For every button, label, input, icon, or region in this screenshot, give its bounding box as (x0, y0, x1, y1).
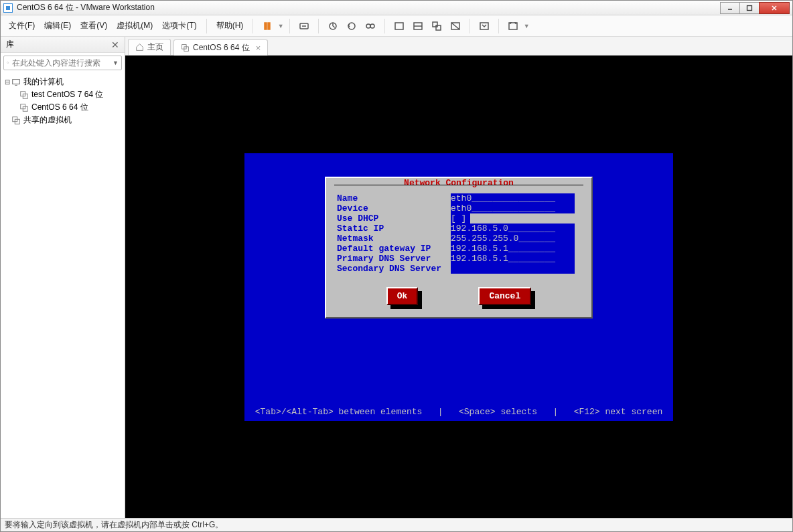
tab-label: CentOS 6 64 位 (193, 42, 250, 54)
minimize-button[interactable] (720, 2, 740, 14)
separator (318, 19, 319, 33)
dialog-title: Network Configuration (400, 178, 518, 188)
tab-home[interactable]: 主页 (128, 39, 171, 55)
snapshot-icon[interactable] (324, 17, 342, 35)
separator (289, 19, 290, 33)
field-value-ip[interactable]: 192.168.5.0_________ (451, 224, 575, 234)
vm-console[interactable]: Network Configuration Nameeth0__________… (125, 56, 792, 518)
separator (470, 19, 470, 33)
send-ctrl-alt-del-icon[interactable] (295, 17, 313, 35)
cancel-button-label: Cancel (478, 287, 531, 305)
vm-icon (19, 103, 29, 112)
field-label-gw: Default gateway IP (337, 244, 451, 254)
tree-node-my-computer[interactable]: ⊟ 我的计算机 (2, 76, 123, 88)
sidebar-title: 库 (6, 39, 14, 50)
fullscreen-icon[interactable] (504, 17, 522, 35)
svg-point-13 (370, 24, 374, 28)
field-label-ip: Static IP (337, 224, 451, 234)
field-label-dns2: Secondary DNS Server (337, 264, 451, 274)
cancel-button[interactable]: Cancel (478, 287, 531, 305)
vm-icon (181, 43, 190, 52)
field-label-dns1: Primary DNS Server (337, 254, 451, 264)
field-value-dns2[interactable] (451, 264, 575, 274)
svg-line-20 (451, 23, 459, 29)
field-label-device: Device (337, 203, 451, 213)
window-titlebar: CentOS 6 64 位 - VMware Workstation (1, 1, 792, 15)
menubar: 文件(F) 编辑(E) 查看(V) 虚拟机(M) 选项卡(T) 帮助(H) ▼ … (1, 15, 792, 37)
dropdown-icon[interactable]: ▼ (113, 60, 119, 66)
tree-node-vm[interactable]: CentOS 6 64 位 (2, 101, 123, 114)
svg-rect-1 (747, 5, 752, 10)
dropdown-icon[interactable]: ▼ (277, 23, 284, 29)
view-console-icon[interactable] (390, 17, 408, 35)
main-panel: 主页 CentOS 6 64 位 × Network Configuration… (125, 37, 792, 518)
tree-node-vm[interactable]: test CentOS 7 64 位 (2, 88, 123, 101)
view-unity-icon[interactable] (428, 17, 445, 35)
field-value-dns1[interactable]: 192.168.5.1_________ (451, 254, 575, 264)
dropdown-icon[interactable]: ▼ (523, 23, 530, 29)
tab-label: 主页 (147, 41, 163, 53)
maximize-button[interactable] (739, 2, 760, 14)
status-text: 要将输入定向到该虚拟机，请在虚拟机内部单击或按 Ctrl+G。 (5, 519, 223, 531)
field-value-device[interactable]: eth0________________ (451, 203, 575, 213)
navigation-hint: <Tab>/<Alt-Tab> between elements | <Spac… (244, 407, 673, 417)
search-input[interactable] (12, 58, 113, 68)
close-button[interactable] (759, 2, 790, 14)
separator (498, 19, 499, 33)
svg-rect-25 (13, 79, 20, 84)
tree-label: 共享的虚拟机 (23, 114, 72, 126)
vm-icon (19, 90, 29, 100)
tree-node-shared[interactable]: 共享的虚拟机 (2, 114, 123, 126)
field-label-name: Name (337, 193, 451, 203)
field-value-mask[interactable]: 255.255.255.0_______ (451, 234, 575, 244)
svg-rect-17 (433, 22, 437, 27)
sidebar-close-icon[interactable]: ✕ (111, 39, 119, 50)
separator (384, 19, 385, 33)
installer-screen: Network Configuration Nameeth0__________… (244, 153, 673, 421)
svg-rect-4 (265, 23, 267, 29)
app-icon (3, 3, 13, 13)
field-value-dhcp[interactable]: [ ] (451, 213, 470, 224)
ok-button-label: Ok (386, 287, 419, 305)
tree-label: 我的计算机 (23, 76, 64, 88)
statusbar: 要将输入定向到该虚拟机，请在虚拟机内部单击或按 Ctrl+G。 (1, 518, 792, 531)
sidebar: 库 ✕ ▼ ⊟ 我的计算机 test CentOS 7 64 位 CentOS … (1, 37, 125, 518)
ok-button[interactable]: Ok (386, 287, 419, 305)
svg-rect-14 (395, 23, 403, 29)
menu-tabs[interactable]: 选项卡(T) (158, 18, 200, 33)
menu-help[interactable]: 帮助(H) (212, 18, 248, 33)
monitor-icon (11, 78, 21, 87)
home-icon (135, 43, 144, 52)
search-box[interactable]: ▼ (3, 56, 122, 70)
tab-close-icon[interactable]: × (256, 43, 261, 53)
window-title: CentOS 6 64 位 - VMware Workstation (17, 2, 721, 13)
window-controls (721, 2, 790, 14)
tree-label: test CentOS 7 64 位 (31, 89, 103, 100)
menu-vm[interactable]: 虚拟机(M) (113, 18, 157, 33)
collapse-icon[interactable]: ⊟ (3, 78, 11, 86)
field-value-name[interactable]: eth0________________ (451, 193, 575, 203)
menu-view[interactable]: 查看(V) (76, 18, 111, 33)
view-multiple-icon[interactable] (409, 17, 427, 35)
field-label-mask: Netmask (337, 234, 451, 244)
tab-vm[interactable]: CentOS 6 64 位 × (173, 39, 268, 56)
menu-edit[interactable]: 编辑(E) (40, 18, 75, 33)
field-value-gw[interactable]: 192.168.5.1_________ (451, 244, 575, 254)
tree-label: CentOS 6 64 位 (31, 102, 88, 113)
svg-point-23 (7, 62, 9, 63)
shared-icon (11, 116, 21, 125)
menu-file[interactable]: 文件(F) (5, 18, 39, 33)
pause-icon[interactable] (259, 17, 276, 35)
vm-tree: ⊟ 我的计算机 test CentOS 7 64 位 CentOS 6 64 位… (1, 73, 125, 129)
network-config-dialog: Network Configuration Nameeth0__________… (325, 177, 593, 319)
svg-line-24 (8, 63, 9, 64)
snapshot-manager-icon[interactable] (362, 17, 379, 35)
tabstrip: 主页 CentOS 6 64 位 × (125, 37, 792, 56)
cycle-multiple-monitors-icon[interactable] (476, 17, 493, 35)
svg-point-12 (366, 24, 370, 28)
dialog-border (334, 185, 583, 185)
view-stretch-icon[interactable] (447, 17, 464, 35)
separator (206, 19, 207, 33)
snapshot-revert-icon[interactable] (343, 17, 360, 35)
svg-line-10 (333, 26, 335, 27)
